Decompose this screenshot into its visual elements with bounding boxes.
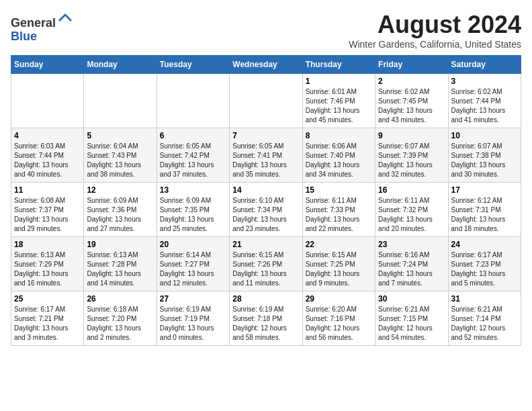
calendar-cell: 20Sunrise: 6:14 AM Sunset: 7:27 PM Dayli… — [157, 237, 229, 291]
day-info: Sunrise: 6:14 AM Sunset: 7:27 PM Dayligh… — [160, 250, 226, 288]
logo-blue: Blue — [11, 30, 37, 43]
day-info: Sunrise: 6:17 AM Sunset: 7:23 PM Dayligh… — [451, 250, 518, 288]
calendar-cell: 3Sunrise: 6:02 AM Sunset: 7:44 PM Daylig… — [448, 74, 521, 128]
day-info: Sunrise: 6:15 AM Sunset: 7:25 PM Dayligh… — [306, 250, 372, 288]
calendar-cell: 28Sunrise: 6:19 AM Sunset: 7:18 PM Dayli… — [230, 291, 302, 346]
day-info: Sunrise: 6:09 AM Sunset: 7:35 PM Dayligh… — [160, 196, 226, 234]
calendar-week-row: 1Sunrise: 6:01 AM Sunset: 7:46 PM Daylig… — [11, 74, 521, 128]
day-info: Sunrise: 6:19 AM Sunset: 7:19 PM Dayligh… — [160, 305, 226, 342]
title-block: August 2024 Winter Gardens, California, … — [349, 11, 521, 50]
calendar-cell: 19Sunrise: 6:13 AM Sunset: 7:28 PM Dayli… — [84, 237, 157, 291]
calendar-cell — [157, 74, 229, 128]
day-info: Sunrise: 6:06 AM Sunset: 7:40 PM Dayligh… — [306, 142, 372, 179]
day-number: 4 — [14, 131, 81, 140]
calendar-cell: 12Sunrise: 6:09 AM Sunset: 7:36 PM Dayli… — [84, 183, 157, 237]
day-info: Sunrise: 6:18 AM Sunset: 7:20 PM Dayligh… — [87, 305, 153, 342]
day-number: 15 — [306, 185, 372, 195]
subtitle: Winter Gardens, California, United State… — [349, 39, 521, 50]
calendar-cell: 25Sunrise: 6:17 AM Sunset: 7:21 PM Dayli… — [11, 291, 84, 346]
day-number: 6 — [160, 131, 226, 140]
day-info: Sunrise: 6:02 AM Sunset: 7:44 PM Dayligh… — [451, 87, 518, 125]
svg-marker-0 — [58, 13, 72, 21]
calendar-cell: 16Sunrise: 6:11 AM Sunset: 7:32 PM Dayli… — [375, 183, 448, 237]
day-number: 3 — [451, 77, 518, 86]
day-info: Sunrise: 6:09 AM Sunset: 7:36 PM Dayligh… — [87, 196, 153, 234]
calendar-cell: 2Sunrise: 6:02 AM Sunset: 7:45 PM Daylig… — [375, 74, 448, 128]
day-number: 11 — [14, 185, 81, 195]
day-info: Sunrise: 6:15 AM Sunset: 7:26 PM Dayligh… — [232, 250, 299, 288]
day-info: Sunrise: 6:01 AM Sunset: 7:46 PM Dayligh… — [306, 87, 372, 125]
calendar-cell: 30Sunrise: 6:21 AM Sunset: 7:15 PM Dayli… — [375, 291, 448, 346]
day-number: 14 — [232, 185, 299, 195]
day-number: 10 — [451, 131, 518, 140]
day-info: Sunrise: 6:08 AM Sunset: 7:37 PM Dayligh… — [14, 196, 81, 234]
day-info: Sunrise: 6:02 AM Sunset: 7:45 PM Dayligh… — [378, 87, 445, 125]
day-info: Sunrise: 6:03 AM Sunset: 7:44 PM Dayligh… — [14, 142, 81, 179]
column-header-sunday: Sunday — [11, 56, 84, 74]
day-info: Sunrise: 6:21 AM Sunset: 7:15 PM Dayligh… — [378, 305, 445, 342]
column-header-friday: Friday — [375, 56, 448, 74]
calendar-cell: 1Sunrise: 6:01 AM Sunset: 7:46 PM Daylig… — [302, 74, 375, 128]
calendar-cell: 13Sunrise: 6:09 AM Sunset: 7:35 PM Dayli… — [157, 183, 229, 237]
calendar-cell — [230, 74, 302, 128]
day-number: 20 — [160, 240, 226, 249]
calendar-cell: 26Sunrise: 6:18 AM Sunset: 7:20 PM Dayli… — [84, 291, 157, 346]
calendar-cell: 29Sunrise: 6:20 AM Sunset: 7:16 PM Dayli… — [302, 291, 375, 346]
column-header-saturday: Saturday — [448, 56, 521, 74]
column-header-tuesday: Tuesday — [157, 56, 229, 74]
calendar-cell: 15Sunrise: 6:11 AM Sunset: 7:33 PM Dayli… — [302, 183, 375, 237]
day-info: Sunrise: 6:12 AM Sunset: 7:31 PM Dayligh… — [451, 196, 518, 234]
day-info: Sunrise: 6:16 AM Sunset: 7:24 PM Dayligh… — [378, 250, 445, 288]
logo-general: General — [11, 16, 56, 30]
day-info: Sunrise: 6:11 AM Sunset: 7:32 PM Dayligh… — [378, 196, 445, 234]
day-info: Sunrise: 6:13 AM Sunset: 7:28 PM Dayligh… — [87, 250, 153, 288]
calendar-cell: 27Sunrise: 6:19 AM Sunset: 7:19 PM Dayli… — [157, 291, 229, 346]
day-info: Sunrise: 6:20 AM Sunset: 7:16 PM Dayligh… — [306, 305, 372, 342]
day-number: 23 — [378, 240, 445, 249]
day-number: 9 — [378, 131, 445, 140]
day-number: 26 — [87, 294, 153, 304]
day-number: 1 — [306, 77, 372, 86]
day-number: 27 — [160, 294, 226, 304]
day-info: Sunrise: 6:17 AM Sunset: 7:21 PM Dayligh… — [14, 305, 81, 342]
calendar-cell: 7Sunrise: 6:05 AM Sunset: 7:41 PM Daylig… — [230, 128, 302, 183]
day-info: Sunrise: 6:04 AM Sunset: 7:43 PM Dayligh… — [87, 142, 153, 179]
calendar-cell: 18Sunrise: 6:13 AM Sunset: 7:29 PM Dayli… — [11, 237, 84, 291]
logo-icon — [57, 11, 73, 27]
calendar-cell: 5Sunrise: 6:04 AM Sunset: 7:43 PM Daylig… — [84, 128, 157, 183]
calendar-cell: 6Sunrise: 6:05 AM Sunset: 7:42 PM Daylig… — [157, 128, 229, 183]
calendar-cell: 9Sunrise: 6:07 AM Sunset: 7:39 PM Daylig… — [375, 128, 448, 183]
column-header-thursday: Thursday — [302, 56, 375, 74]
day-number: 13 — [160, 185, 226, 195]
day-number: 25 — [14, 294, 81, 304]
calendar-cell: 10Sunrise: 6:07 AM Sunset: 7:38 PM Dayli… — [448, 128, 521, 183]
calendar-cell: 11Sunrise: 6:08 AM Sunset: 7:37 PM Dayli… — [11, 183, 84, 237]
day-info: Sunrise: 6:21 AM Sunset: 7:14 PM Dayligh… — [451, 305, 518, 342]
day-info: Sunrise: 6:11 AM Sunset: 7:33 PM Dayligh… — [306, 196, 372, 234]
day-number: 31 — [451, 294, 518, 304]
day-number: 17 — [451, 185, 518, 195]
column-header-wednesday: Wednesday — [230, 56, 302, 74]
day-number: 5 — [87, 131, 153, 140]
day-number: 19 — [87, 240, 153, 249]
calendar-cell — [84, 74, 157, 128]
day-number: 18 — [14, 240, 81, 249]
logo: General Blue — [11, 11, 73, 44]
day-info: Sunrise: 6:05 AM Sunset: 7:42 PM Dayligh… — [160, 142, 226, 179]
calendar-cell: 31Sunrise: 6:21 AM Sunset: 7:14 PM Dayli… — [448, 291, 521, 346]
calendar-cell: 24Sunrise: 6:17 AM Sunset: 7:23 PM Dayli… — [448, 237, 521, 291]
calendar-cell: 8Sunrise: 6:06 AM Sunset: 7:40 PM Daylig… — [302, 128, 375, 183]
page-header: General Blue August 2024 Winter Gardens,… — [11, 11, 521, 50]
calendar-cell: 14Sunrise: 6:10 AM Sunset: 7:34 PM Dayli… — [230, 183, 302, 237]
day-number: 29 — [306, 294, 372, 304]
day-number: 16 — [378, 185, 445, 195]
day-info: Sunrise: 6:07 AM Sunset: 7:39 PM Dayligh… — [378, 142, 445, 179]
column-header-monday: Monday — [84, 56, 157, 74]
day-number: 21 — [232, 240, 299, 249]
calendar-cell: 21Sunrise: 6:15 AM Sunset: 7:26 PM Dayli… — [230, 237, 302, 291]
day-number: 22 — [306, 240, 372, 249]
day-number: 12 — [87, 185, 153, 195]
day-info: Sunrise: 6:13 AM Sunset: 7:29 PM Dayligh… — [14, 250, 81, 288]
calendar-cell: 22Sunrise: 6:15 AM Sunset: 7:25 PM Dayli… — [302, 237, 375, 291]
day-info: Sunrise: 6:07 AM Sunset: 7:38 PM Dayligh… — [451, 142, 518, 179]
